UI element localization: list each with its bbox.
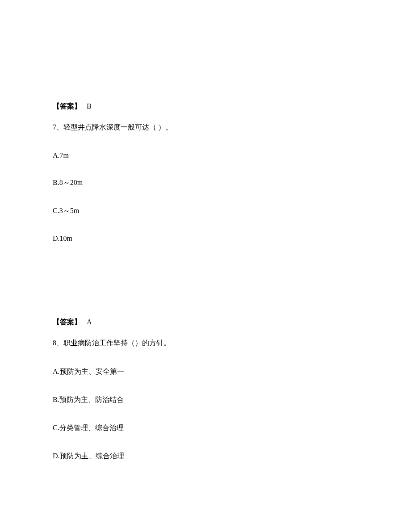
stem-prefix: 轻	[63, 123, 71, 131]
q7-answer-block: 【答案】 A 8、职业病防治工作坚持（）的方针。 A.预防为主、安全第一 B.预…	[53, 318, 358, 461]
q7-answer: 【答案】 A	[53, 318, 358, 327]
q7-option-d: D.10m	[53, 235, 358, 243]
stem-text: 型井点降水深度一般可达（ ）。	[71, 123, 172, 131]
answer-label: 【答案】	[53, 318, 81, 326]
q8-option-d: D.预防为主、综合治理	[53, 452, 358, 461]
q7-option-a: A.7m	[53, 151, 358, 159]
q8-option-c: C.分类管理、综合治理	[53, 423, 358, 433]
q8-stem: 8、职业病防治工作坚持（）的方针。	[53, 338, 358, 348]
answer-label: 【答案】	[53, 102, 81, 110]
q7-stem: 7、轻型井点降水深度一般可达（ ）。	[53, 122, 358, 133]
q7-option-c: C.3～5m	[53, 206, 358, 216]
answer-value: A	[87, 318, 92, 326]
question-number: 8、	[53, 339, 63, 347]
q8-option-b: B.预防为主、防治结合	[53, 395, 358, 405]
q7-option-b: B.8～20m	[53, 178, 358, 188]
q6-answer: 【答案】 B	[53, 102, 358, 111]
stem-prefix: 职业	[63, 339, 78, 347]
exam-page: 【答案】 B 7、轻型井点降水深度一般可达（ ）。 A.7m B.8～20m C…	[0, 0, 411, 461]
answer-value: B	[87, 102, 92, 110]
stem-text: 病防治工作坚持（）的方针。	[78, 339, 171, 347]
q8-option-a: A.预防为主、安全第一	[53, 367, 358, 377]
question-number: 7、	[53, 123, 63, 131]
